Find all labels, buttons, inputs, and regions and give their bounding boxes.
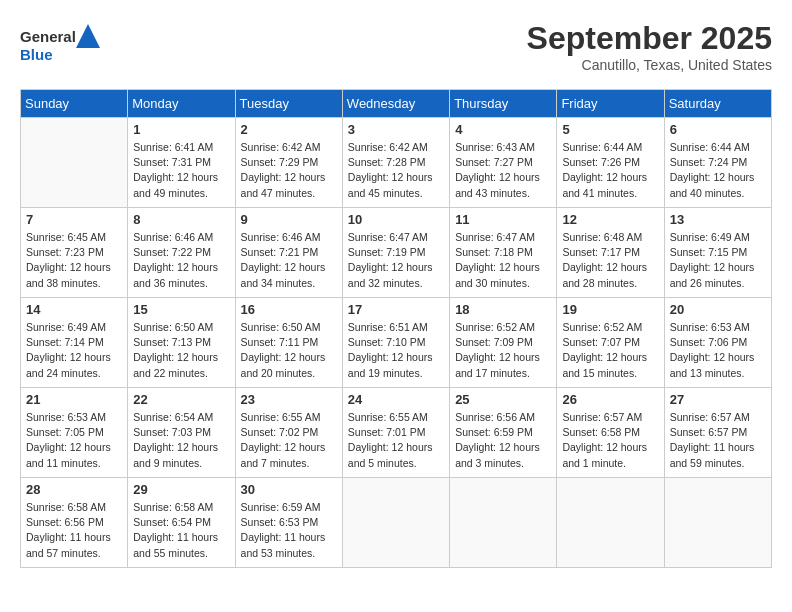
calendar-cell: 13Sunrise: 6:49 AMSunset: 7:15 PMDayligh… (664, 208, 771, 298)
calendar-cell (664, 478, 771, 568)
calendar-cell: 7Sunrise: 6:45 AMSunset: 7:23 PMDaylight… (21, 208, 128, 298)
calendar-cell: 22Sunrise: 6:54 AMSunset: 7:03 PMDayligh… (128, 388, 235, 478)
day-number: 16 (241, 302, 337, 317)
day-number: 27 (670, 392, 766, 407)
day-number: 29 (133, 482, 229, 497)
calendar-cell: 16Sunrise: 6:50 AMSunset: 7:11 PMDayligh… (235, 298, 342, 388)
calendar-cell (21, 118, 128, 208)
col-header-monday: Monday (128, 90, 235, 118)
day-number: 4 (455, 122, 551, 137)
week-row-3: 14Sunrise: 6:49 AMSunset: 7:14 PMDayligh… (21, 298, 772, 388)
day-number: 26 (562, 392, 658, 407)
day-info: Sunrise: 6:49 AMSunset: 7:14 PMDaylight:… (26, 320, 122, 381)
day-number: 7 (26, 212, 122, 227)
calendar-cell: 23Sunrise: 6:55 AMSunset: 7:02 PMDayligh… (235, 388, 342, 478)
logo: General Blue (20, 20, 100, 68)
day-info: Sunrise: 6:47 AMSunset: 7:18 PMDaylight:… (455, 230, 551, 291)
day-info: Sunrise: 6:50 AMSunset: 7:13 PMDaylight:… (133, 320, 229, 381)
day-number: 22 (133, 392, 229, 407)
day-number: 12 (562, 212, 658, 227)
day-number: 5 (562, 122, 658, 137)
calendar-cell: 10Sunrise: 6:47 AMSunset: 7:19 PMDayligh… (342, 208, 449, 298)
day-info: Sunrise: 6:48 AMSunset: 7:17 PMDaylight:… (562, 230, 658, 291)
page-header: General Blue September 2025 Canutillo, T… (20, 20, 772, 73)
calendar-cell: 20Sunrise: 6:53 AMSunset: 7:06 PMDayligh… (664, 298, 771, 388)
day-number: 10 (348, 212, 444, 227)
title-block: September 2025 Canutillo, Texas, United … (527, 20, 772, 73)
calendar-cell: 18Sunrise: 6:52 AMSunset: 7:09 PMDayligh… (450, 298, 557, 388)
calendar-cell: 9Sunrise: 6:46 AMSunset: 7:21 PMDaylight… (235, 208, 342, 298)
location: Canutillo, Texas, United States (527, 57, 772, 73)
day-number: 6 (670, 122, 766, 137)
col-header-sunday: Sunday (21, 90, 128, 118)
calendar-cell: 8Sunrise: 6:46 AMSunset: 7:22 PMDaylight… (128, 208, 235, 298)
day-number: 23 (241, 392, 337, 407)
day-info: Sunrise: 6:53 AMSunset: 7:05 PMDaylight:… (26, 410, 122, 471)
day-number: 1 (133, 122, 229, 137)
day-info: Sunrise: 6:53 AMSunset: 7:06 PMDaylight:… (670, 320, 766, 381)
calendar-cell: 30Sunrise: 6:59 AMSunset: 6:53 PMDayligh… (235, 478, 342, 568)
day-info: Sunrise: 6:46 AMSunset: 7:21 PMDaylight:… (241, 230, 337, 291)
calendar-cell: 3Sunrise: 6:42 AMSunset: 7:28 PMDaylight… (342, 118, 449, 208)
day-info: Sunrise: 6:54 AMSunset: 7:03 PMDaylight:… (133, 410, 229, 471)
day-info: Sunrise: 6:52 AMSunset: 7:09 PMDaylight:… (455, 320, 551, 381)
calendar-cell: 25Sunrise: 6:56 AMSunset: 6:59 PMDayligh… (450, 388, 557, 478)
calendar-cell: 12Sunrise: 6:48 AMSunset: 7:17 PMDayligh… (557, 208, 664, 298)
day-number: 17 (348, 302, 444, 317)
day-number: 2 (241, 122, 337, 137)
calendar-table: SundayMondayTuesdayWednesdayThursdayFrid… (20, 89, 772, 568)
calendar-cell (342, 478, 449, 568)
day-info: Sunrise: 6:45 AMSunset: 7:23 PMDaylight:… (26, 230, 122, 291)
col-header-thursday: Thursday (450, 90, 557, 118)
day-info: Sunrise: 6:46 AMSunset: 7:22 PMDaylight:… (133, 230, 229, 291)
calendar-cell: 4Sunrise: 6:43 AMSunset: 7:27 PMDaylight… (450, 118, 557, 208)
col-header-saturday: Saturday (664, 90, 771, 118)
calendar-cell: 14Sunrise: 6:49 AMSunset: 7:14 PMDayligh… (21, 298, 128, 388)
day-info: Sunrise: 6:50 AMSunset: 7:11 PMDaylight:… (241, 320, 337, 381)
day-info: Sunrise: 6:59 AMSunset: 6:53 PMDaylight:… (241, 500, 337, 561)
calendar-cell (450, 478, 557, 568)
day-info: Sunrise: 6:55 AMSunset: 7:02 PMDaylight:… (241, 410, 337, 471)
calendar-cell: 11Sunrise: 6:47 AMSunset: 7:18 PMDayligh… (450, 208, 557, 298)
week-row-4: 21Sunrise: 6:53 AMSunset: 7:05 PMDayligh… (21, 388, 772, 478)
calendar-cell: 1Sunrise: 6:41 AMSunset: 7:31 PMDaylight… (128, 118, 235, 208)
day-info: Sunrise: 6:44 AMSunset: 7:24 PMDaylight:… (670, 140, 766, 201)
week-row-5: 28Sunrise: 6:58 AMSunset: 6:56 PMDayligh… (21, 478, 772, 568)
svg-text:General: General (20, 28, 76, 45)
day-number: 19 (562, 302, 658, 317)
col-header-wednesday: Wednesday (342, 90, 449, 118)
calendar-cell: 5Sunrise: 6:44 AMSunset: 7:26 PMDaylight… (557, 118, 664, 208)
svg-text:Blue: Blue (20, 46, 53, 63)
day-number: 21 (26, 392, 122, 407)
calendar-cell: 6Sunrise: 6:44 AMSunset: 7:24 PMDaylight… (664, 118, 771, 208)
logo-svg: General Blue (20, 20, 100, 68)
calendar-cell: 15Sunrise: 6:50 AMSunset: 7:13 PMDayligh… (128, 298, 235, 388)
calendar-cell: 17Sunrise: 6:51 AMSunset: 7:10 PMDayligh… (342, 298, 449, 388)
day-number: 13 (670, 212, 766, 227)
calendar-cell: 21Sunrise: 6:53 AMSunset: 7:05 PMDayligh… (21, 388, 128, 478)
day-number: 15 (133, 302, 229, 317)
calendar-cell: 26Sunrise: 6:57 AMSunset: 6:58 PMDayligh… (557, 388, 664, 478)
day-info: Sunrise: 6:47 AMSunset: 7:19 PMDaylight:… (348, 230, 444, 291)
day-info: Sunrise: 6:57 AMSunset: 6:57 PMDaylight:… (670, 410, 766, 471)
calendar-cell: 24Sunrise: 6:55 AMSunset: 7:01 PMDayligh… (342, 388, 449, 478)
day-info: Sunrise: 6:49 AMSunset: 7:15 PMDaylight:… (670, 230, 766, 291)
day-info: Sunrise: 6:43 AMSunset: 7:27 PMDaylight:… (455, 140, 551, 201)
day-number: 24 (348, 392, 444, 407)
calendar-cell: 29Sunrise: 6:58 AMSunset: 6:54 PMDayligh… (128, 478, 235, 568)
col-header-friday: Friday (557, 90, 664, 118)
week-row-2: 7Sunrise: 6:45 AMSunset: 7:23 PMDaylight… (21, 208, 772, 298)
day-number: 28 (26, 482, 122, 497)
day-info: Sunrise: 6:56 AMSunset: 6:59 PMDaylight:… (455, 410, 551, 471)
day-number: 25 (455, 392, 551, 407)
day-number: 20 (670, 302, 766, 317)
day-number: 18 (455, 302, 551, 317)
day-info: Sunrise: 6:52 AMSunset: 7:07 PMDaylight:… (562, 320, 658, 381)
col-header-tuesday: Tuesday (235, 90, 342, 118)
day-number: 8 (133, 212, 229, 227)
calendar-cell: 2Sunrise: 6:42 AMSunset: 7:29 PMDaylight… (235, 118, 342, 208)
day-number: 9 (241, 212, 337, 227)
svg-marker-2 (76, 24, 100, 48)
day-info: Sunrise: 6:44 AMSunset: 7:26 PMDaylight:… (562, 140, 658, 201)
day-info: Sunrise: 6:41 AMSunset: 7:31 PMDaylight:… (133, 140, 229, 201)
